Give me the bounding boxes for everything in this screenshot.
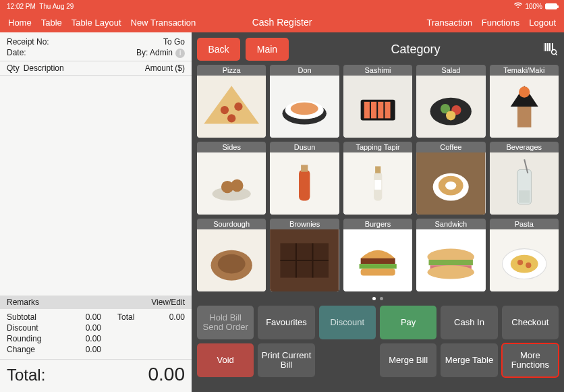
category-tile-tapping-tapir[interactable]: Tapping Tapir [343,142,412,215]
tile-label: Sides [197,142,266,152]
print-bill-button[interactable]: Print Current Bill [258,343,314,377]
tile-label: Sourdough [197,219,266,229]
change-value: 0.00 [54,344,101,355]
nav-transaction[interactable]: Transaction [426,18,472,28]
main-button[interactable]: Main [246,38,289,61]
svg-rect-42 [375,166,380,173]
pager-dots [197,296,559,302]
remarks-viewedit[interactable]: View/Edit [151,298,185,307]
category-tile-sides[interactable]: Sides [197,142,266,215]
svg-point-53 [218,254,246,274]
category-tile-beverages[interactable]: Beverages [490,142,559,215]
discount-value: 0.00 [54,323,101,333]
nav-functions[interactable]: Functions [482,18,519,28]
action-bar: Hold Bill Send Order Favourites Discount… [197,306,559,377]
total-small-value: 0.00 [142,312,185,323]
svg-rect-61 [359,264,396,269]
svg-point-72 [526,262,531,268]
page-title: Cash Register [252,17,312,28]
tile-label: Burgers [343,219,412,229]
svg-rect-4 [551,43,551,51]
merge-bill-button[interactable]: Merge Bill [380,343,436,377]
svg-point-16 [291,103,318,115]
tile-label: Don [270,65,339,76]
cash-in-button[interactable]: Cash In [441,306,497,339]
category-tile-burgers[interactable]: Burgers [343,219,412,291]
battery-pct: 100% [525,3,542,10]
amount-header: Amount ($) [145,63,185,73]
hold-bill-button[interactable]: Hold Bill Send Order [197,306,254,339]
status-date: Thu Aug 29 [39,3,74,10]
pager-dot-1[interactable] [372,297,376,300]
category-tile-pasta[interactable]: Pasta [490,219,559,291]
category-tile-sandwich[interactable]: Sandwich [416,219,485,291]
category-panel: Back Main Category Pizza Don Sashimi Sal… [192,32,564,392]
tile-label: Sandwich [416,219,485,229]
qty-header: Qty [7,63,20,73]
category-tile-salad[interactable]: Salad [416,65,485,138]
svg-rect-60 [360,258,395,264]
nav-table-layout[interactable]: Table Layout [72,18,121,28]
svg-point-71 [517,260,523,265]
svg-rect-38 [301,165,308,171]
battery-icon [545,3,557,9]
remarks-label: Remarks [7,298,39,307]
category-tile-temaki[interactable]: Temaki/Maki [490,65,559,138]
nav-new-transaction[interactable]: New Transaction [131,18,196,28]
pay-button[interactable]: Pay [380,306,436,339]
svg-point-35 [231,179,243,192]
status-time: 12:02 PM [7,3,36,10]
svg-point-10 [221,106,229,114]
tile-label: Salad [416,65,485,76]
subtotal-label: Subtotal [7,312,54,323]
receipt-lines [0,76,192,296]
totals-panel: Subtotal0.00Total0.00 Discount0.00 Round… [0,309,192,359]
svg-point-67 [428,265,475,279]
status-bar: 12:02 PM Thu Aug 29 100% [0,0,564,12]
favourites-button[interactable]: Favourites [258,306,314,339]
category-tile-brownies[interactable]: Brownies [270,219,339,291]
back-button[interactable]: Back [197,38,240,61]
merge-table-button[interactable]: Merge Table [441,343,497,377]
category-tile-sourdough[interactable]: Sourdough [197,219,266,291]
receipt-by: By: Admin [136,48,173,57]
nav-logout[interactable]: Logout [529,18,556,28]
svg-rect-37 [299,170,310,201]
svg-line-7 [556,54,557,55]
svg-rect-19 [364,102,370,119]
discount-button[interactable]: Discount [319,306,376,339]
nav-home[interactable]: Home [8,18,32,28]
rounding-label: Rounding [7,333,54,344]
svg-point-46 [445,181,456,190]
svg-point-27 [446,111,455,120]
category-tile-dusun[interactable]: Dusun [270,142,339,215]
tile-label: Sashimi [343,65,412,76]
tile-label: Coffee [416,142,485,152]
svg-rect-29 [517,107,531,128]
pager-dot-2[interactable] [380,297,383,300]
more-functions-button[interactable]: More Functions [502,343,559,377]
receipt-date-label: Date: [7,47,26,58]
receipt-type: To Go [163,36,185,47]
tile-label: Dusun [270,142,339,152]
svg-rect-20 [371,102,376,119]
category-tile-don[interactable]: Don [270,65,339,138]
category-tile-sashimi[interactable]: Sashimi [343,65,412,138]
tile-label: Tapping Tapir [343,142,412,152]
svg-rect-0 [544,43,544,51]
checkout-button[interactable]: Checkout [502,306,559,339]
nav-table[interactable]: Table [41,18,62,28]
svg-rect-62 [360,269,395,275]
category-grid: Pizza Don Sashimi Salad Temaki/Maki Side… [197,65,559,291]
category-tile-pizza[interactable]: Pizza [197,65,266,138]
svg-rect-49 [519,190,530,202]
rounding-value: 0.00 [54,333,101,344]
info-icon[interactable]: i [175,49,185,58]
void-button[interactable]: Void [197,343,254,377]
category-tile-coffee[interactable]: Coffee [416,142,485,215]
svg-rect-1 [545,43,546,51]
tile-label: Pasta [490,219,559,229]
svg-point-12 [227,114,235,122]
top-nav: Home Table Table Layout New Transaction … [0,12,564,32]
barcode-search-icon[interactable] [542,43,559,55]
